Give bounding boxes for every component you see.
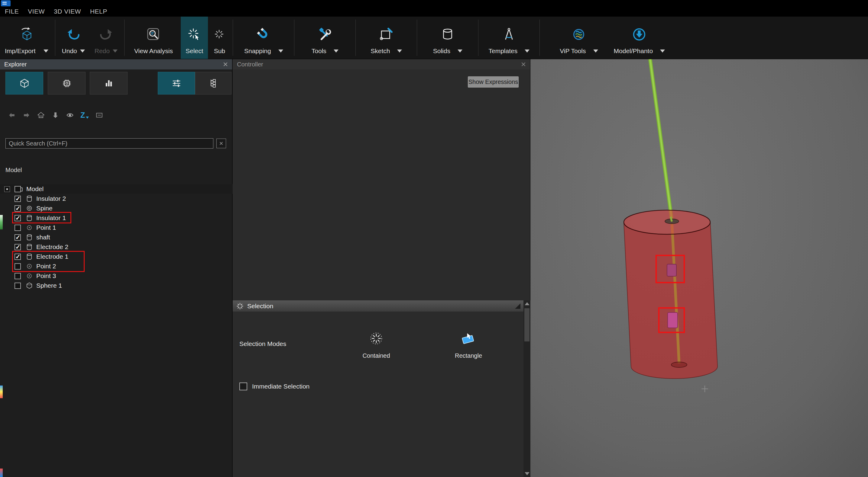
contained-mode-label: Contained	[362, 352, 390, 359]
tree-item-label[interactable]: Point 1	[36, 224, 56, 231]
tree-item-label[interactable]: Sphere 1	[36, 282, 62, 289]
chevron-down-icon	[43, 49, 49, 53]
point-icon	[25, 272, 33, 280]
split-box-icon[interactable]	[95, 111, 103, 119]
visibility-eye-icon[interactable]	[66, 111, 74, 119]
snapping-button[interactable]: Snapping	[235, 16, 292, 59]
viewport-3d[interactable]	[530, 59, 868, 477]
menu-help[interactable]: HELP	[90, 8, 107, 15]
tab-properties-view[interactable]	[158, 72, 195, 95]
select-button[interactable]: Select	[181, 16, 208, 59]
cylinder-icon	[25, 253, 33, 261]
scroll-down-icon[interactable]	[525, 472, 529, 475]
visibility-checkbox[interactable]	[14, 196, 21, 202]
home-icon[interactable]	[37, 111, 45, 119]
tree-row-electrode-2[interactable]: Electrode 2	[0, 242, 231, 252]
cylinder-icon	[25, 214, 33, 222]
import-export-label: Imp/Export	[5, 47, 36, 55]
menu-file[interactable]: FILE	[5, 8, 19, 15]
chevron-down-icon	[458, 49, 462, 53]
chevron-down-icon	[397, 49, 402, 53]
templates-button[interactable]: Templates	[480, 16, 538, 59]
view-analysis-button[interactable]: View Analysis	[126, 16, 181, 59]
immediate-selection-checkbox[interactable]	[239, 382, 247, 390]
contained-mode-button[interactable]: Contained	[350, 329, 402, 359]
menu-bar: FILE VIEW 3D VIEW HELP	[0, 0, 868, 16]
visibility-checkbox[interactable]	[14, 273, 21, 279]
down-arrow-icon[interactable]	[51, 111, 60, 119]
import-export-button[interactable]: Imp/Export	[0, 16, 53, 59]
visibility-checkbox[interactable]	[14, 205, 21, 212]
vertical-scrollbar[interactable]	[523, 300, 530, 477]
tree-item-label[interactable]: Model	[26, 185, 43, 193]
controller-title: Controller	[237, 61, 263, 68]
tree-expander-icon[interactable]	[4, 186, 10, 192]
show-expressions-button[interactable]: Show Expressions	[468, 76, 519, 88]
visibility-checkbox[interactable]	[14, 215, 21, 221]
tools-button[interactable]: Tools	[296, 16, 353, 59]
tree-row-spine[interactable]: Spine	[0, 203, 231, 213]
scroll-up-icon[interactable]	[525, 302, 529, 305]
zoom-to-selection-icon[interactable]: Z	[81, 111, 89, 120]
sketch-button[interactable]: Sketch	[358, 16, 415, 59]
view-analysis-icon	[146, 25, 161, 44]
toolbar-separator	[124, 20, 125, 56]
tab-simulation-view[interactable]	[48, 72, 86, 95]
immediate-selection-label: Immediate Selection	[252, 383, 309, 390]
collapse-triangle-icon[interactable]	[515, 303, 521, 309]
visibility-checkbox[interactable]	[14, 282, 21, 289]
tree-row-point-2[interactable]: Point 2	[0, 262, 231, 271]
rectangle-mode-icon	[460, 329, 477, 347]
quick-search-input[interactable]	[5, 138, 213, 148]
tree-item-label[interactable]: Insulator 1	[36, 214, 66, 222]
close-icon[interactable]	[521, 62, 526, 67]
vip-tools-button[interactable]: ViP Tools	[553, 16, 604, 59]
tree-row-point-3[interactable]: Point 3	[0, 271, 231, 281]
search-clear-button[interactable]	[216, 139, 226, 148]
tree-item-label[interactable]: Electrode 1	[36, 253, 68, 260]
tab-analysis-view[interactable]	[90, 72, 128, 95]
solids-button[interactable]: Solids	[419, 16, 476, 59]
tree-item-label[interactable]: shaft	[36, 234, 50, 241]
tree-row-insulator-2[interactable]: Insulator 2	[0, 194, 231, 203]
vip-tools-label: ViP Tools	[560, 47, 586, 55]
rectangle-mode-label: Rectangle	[455, 352, 482, 359]
model-phantom-button[interactable]: Model/Phanto	[604, 16, 674, 59]
tree-row-insulator-1[interactable]: Insulator 1	[0, 213, 231, 223]
menu-items: FILE VIEW 3D VIEW HELP	[5, 8, 107, 15]
tree-item-label[interactable]: Electrode 2	[36, 243, 68, 250]
close-icon[interactable]	[223, 62, 228, 67]
scrollbar-thumb[interactable]	[524, 308, 529, 341]
rectangle-mode-button[interactable]: Rectangle	[443, 329, 494, 359]
tree-item-label[interactable]: Spine	[36, 205, 53, 212]
visibility-checkbox[interactable]	[14, 253, 21, 260]
undo-button[interactable]: Undo	[57, 16, 90, 59]
cylinder-icon	[25, 243, 33, 251]
tree-row-sphere-1[interactable]: Sphere 1	[0, 281, 231, 291]
forward-arrow-icon[interactable]	[22, 111, 31, 119]
tree-row-electrode-1[interactable]: Electrode 1	[0, 252, 231, 262]
solids-label: Solids	[433, 47, 450, 55]
controller-titlebar: Controller	[233, 59, 530, 69]
toolbar-separator	[539, 20, 540, 56]
visibility-checkbox[interactable]	[14, 186, 21, 192]
visibility-checkbox[interactable]	[14, 244, 21, 250]
selection-panel-header[interactable]: Selection	[233, 300, 523, 312]
tree-row-point-1[interactable]: Point 1	[0, 223, 231, 233]
redo-button[interactable]: Redo	[90, 16, 122, 59]
tools-label: Tools	[312, 47, 327, 55]
visibility-checkbox[interactable]	[14, 263, 21, 270]
tree-item-label[interactable]: Insulator 2	[36, 195, 66, 202]
tab-model-view[interactable]	[5, 72, 43, 95]
back-arrow-icon[interactable]	[8, 111, 16, 119]
menu-3d-view[interactable]: 3D VIEW	[54, 8, 81, 15]
sub-select-button[interactable]: Sub	[208, 16, 231, 59]
tree-row-shaft[interactable]: shaft	[0, 233, 231, 242]
immediate-selection-row: Immediate Selection	[239, 382, 309, 390]
visibility-checkbox[interactable]	[14, 234, 21, 241]
menu-view[interactable]: VIEW	[28, 8, 45, 15]
tree-item-label[interactable]: Point 3	[36, 272, 56, 279]
tab-hierarchy-view[interactable]	[195, 72, 231, 95]
visibility-checkbox[interactable]	[14, 225, 21, 231]
tree-item-label[interactable]: Point 2	[36, 263, 56, 270]
